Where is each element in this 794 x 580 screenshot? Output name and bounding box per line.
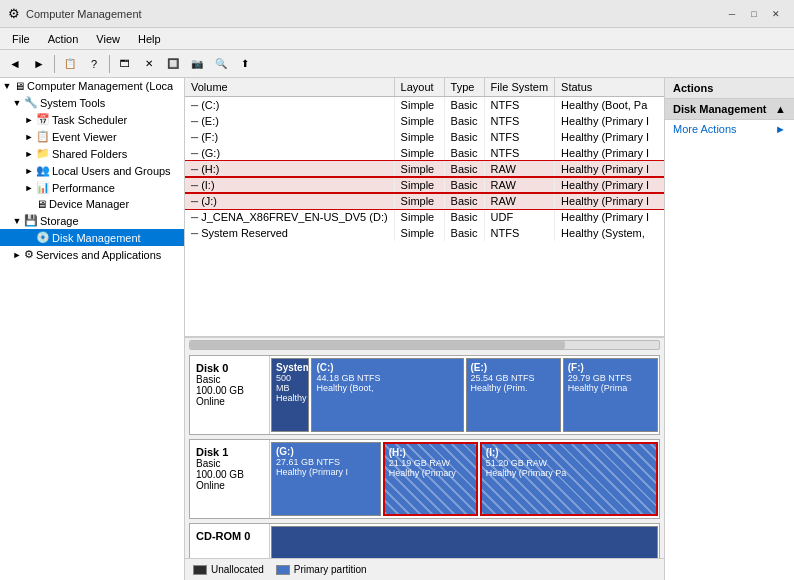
disk-label: CD-ROM 0 (190, 524, 270, 558)
cell-volume: ─ (J:) (185, 193, 394, 209)
tree-item-local-users[interactable]: ► 👥 Local Users and Groups (0, 162, 184, 179)
chevron-icon: ► (24, 183, 34, 193)
toolbar-sep2 (109, 55, 110, 73)
cell-type: Basic (444, 225, 484, 241)
col-status[interactable]: Status (555, 78, 664, 97)
cell-status: Healthy (System, (555, 225, 664, 241)
toolbar-properties[interactable]: 🔲 (162, 53, 184, 75)
table-row[interactable]: ─ (G:) Simple Basic NTFS Healthy (Primar… (185, 145, 664, 161)
partition-status: Healthy (Primary (389, 468, 472, 478)
disk-label: Disk 0 Basic 100.00 GB Online (190, 356, 270, 434)
tree-item-label: Performance (52, 182, 115, 194)
col-volume[interactable]: Volume (185, 78, 394, 97)
partition-c[interactable]: (C:) 44.18 GB NTFS Healthy (Boot, (311, 358, 463, 432)
col-layout[interactable]: Layout (394, 78, 444, 97)
toolbar-new-window[interactable]: 🗔 (114, 53, 136, 75)
computer-icon: 🖥 (14, 80, 25, 92)
cell-type: Basic (444, 193, 484, 209)
menu-file[interactable]: File (4, 31, 38, 47)
volumes-table: Volume Layout Type File System Status ─ … (185, 78, 664, 241)
partition-e[interactable]: (E:) 25.54 GB NTFS Healthy (Prim. (466, 358, 561, 432)
maximize-button[interactable]: □ (744, 6, 764, 22)
storage-icon: 💾 (24, 214, 38, 227)
title-bar: ⚙ Computer Management ─ □ ✕ (0, 0, 794, 28)
cell-type: Basic (444, 177, 484, 193)
table-row[interactable]: ─ J_CENA_X86FREV_EN-US_DV5 (D:) Simple B… (185, 209, 664, 225)
partition-f[interactable]: (F:) 29.79 GB NTFS Healthy (Prima (563, 358, 658, 432)
actions-disk-management[interactable]: Disk Management ▲ (665, 99, 794, 120)
toolbar-forward[interactable]: ► (28, 53, 50, 75)
table-row[interactable]: ─ (J:) Simple Basic RAW Healthy (Primary… (185, 193, 664, 209)
tree-item-event-viewer[interactable]: ► 📋 Event Viewer (0, 128, 184, 145)
legend-bar: Unallocated Primary partition (185, 558, 664, 580)
table-row[interactable]: ─ (C:) Simple Basic NTFS Healthy (Boot, … (185, 97, 664, 114)
disk-icon: 💿 (36, 231, 50, 244)
toolbar-help[interactable]: ? (83, 53, 105, 75)
partition-name: System (276, 362, 304, 373)
minimize-button[interactable]: ─ (722, 6, 742, 22)
tree-item-label: System Tools (40, 97, 105, 109)
cell-volume: ─ (C:) (185, 97, 394, 114)
tree-item-storage[interactable]: ▼ 💾 Storage (0, 212, 184, 229)
window-title: Computer Management (26, 8, 142, 20)
cell-filesystem: NTFS (484, 129, 554, 145)
cell-filesystem: UDF (484, 209, 554, 225)
tree-item-disk-management[interactable]: 💿 Disk Management (0, 229, 184, 246)
table-row[interactable]: ─ (I:) Simple Basic RAW Healthy (Primary… (185, 177, 664, 193)
cell-type: Basic (444, 145, 484, 161)
chevron-icon: ▼ (12, 216, 22, 226)
disk-size: 100.00 GB (196, 385, 263, 396)
cell-filesystem: NTFS (484, 113, 554, 129)
partition-size: 500 MB (276, 373, 304, 393)
toolbar-show-hide[interactable]: 📋 (59, 53, 81, 75)
cell-volume: ─ System Reserved (185, 225, 394, 241)
toolbar-export[interactable]: 📷 (186, 53, 208, 75)
chevron-icon: ► (24, 132, 34, 142)
partition-g[interactable]: (G:) 27.61 GB NTFS Healthy (Primary I (271, 442, 381, 516)
toolbar-delete[interactable]: ✕ (138, 53, 160, 75)
tree-item-root[interactable]: ▼ 🖥 Computer Management (Loca (0, 78, 184, 94)
cell-filesystem: RAW (484, 161, 554, 177)
primary-color (276, 565, 290, 575)
col-filesystem[interactable]: File System (484, 78, 554, 97)
menu-help[interactable]: Help (130, 31, 169, 47)
table-row[interactable]: ─ System Reserved Simple Basic NTFS Heal… (185, 225, 664, 241)
tree-item-services[interactable]: ► ⚙ Services and Applications (0, 246, 184, 263)
partition-i[interactable]: (I:) 51.20 GB RAW Healthy (Primary Pa (480, 442, 658, 516)
toolbar-back[interactable]: ◄ (4, 53, 26, 75)
tree-item-device-manager[interactable]: 🖥 Device Manager (0, 196, 184, 212)
content-area: Volume Layout Type File System Status ─ … (185, 78, 664, 580)
actions-more-actions[interactable]: More Actions ► (665, 120, 794, 138)
tree-item-label: Local Users and Groups (52, 165, 171, 177)
menu-action[interactable]: Action (40, 31, 87, 47)
col-type[interactable]: Type (444, 78, 484, 97)
tree-item-system-tools[interactable]: ▼ 🔧 System Tools (0, 94, 184, 111)
disk-partitions: (G:) 27.61 GB NTFS Healthy (Primary I (H… (270, 440, 659, 518)
partition-size: 25.54 GB NTFS (471, 373, 556, 383)
toolbar-search[interactable]: 🔍 (210, 53, 232, 75)
disk-status: Online (196, 480, 263, 491)
toolbar-up[interactable]: ⬆ (234, 53, 256, 75)
cell-volume: ─ J_CENA_X86FREV_EN-US_DV5 (D:) (185, 209, 394, 225)
table-row[interactable]: ─ (H:) Simple Basic RAW Healthy (Primary… (185, 161, 664, 177)
cell-status: Healthy (Primary I (555, 129, 664, 145)
close-button[interactable]: ✕ (766, 6, 786, 22)
tree-item-task-scheduler[interactable]: ► 📅 Task Scheduler (0, 111, 184, 128)
horizontal-scrollbar[interactable] (185, 337, 664, 351)
tree-item-performance[interactable]: ► 📊 Performance (0, 179, 184, 196)
partition-cd[interactable] (271, 526, 658, 558)
partition-system[interactable]: System 500 MB Healthy (271, 358, 309, 432)
partition-h[interactable]: (H:) 21.19 GB RAW Healthy (Primary (383, 442, 478, 516)
unallocated-color (193, 565, 207, 575)
disk-partitions (270, 524, 659, 558)
tree-item-shared-folders[interactable]: ► 📁 Shared Folders (0, 145, 184, 162)
table-row[interactable]: ─ (F:) Simple Basic NTFS Healthy (Primar… (185, 129, 664, 145)
table-row[interactable]: ─ (E:) Simple Basic NTFS Healthy (Primar… (185, 113, 664, 129)
cell-volume: ─ (I:) (185, 177, 394, 193)
cell-status: Healthy (Primary I (555, 145, 664, 161)
volumes-table-area[interactable]: Volume Layout Type File System Status ─ … (185, 78, 664, 337)
chevron-icon: ▼ (2, 81, 12, 91)
menu-view[interactable]: View (88, 31, 128, 47)
cell-type: Basic (444, 97, 484, 114)
tree-item-label: Storage (40, 215, 79, 227)
